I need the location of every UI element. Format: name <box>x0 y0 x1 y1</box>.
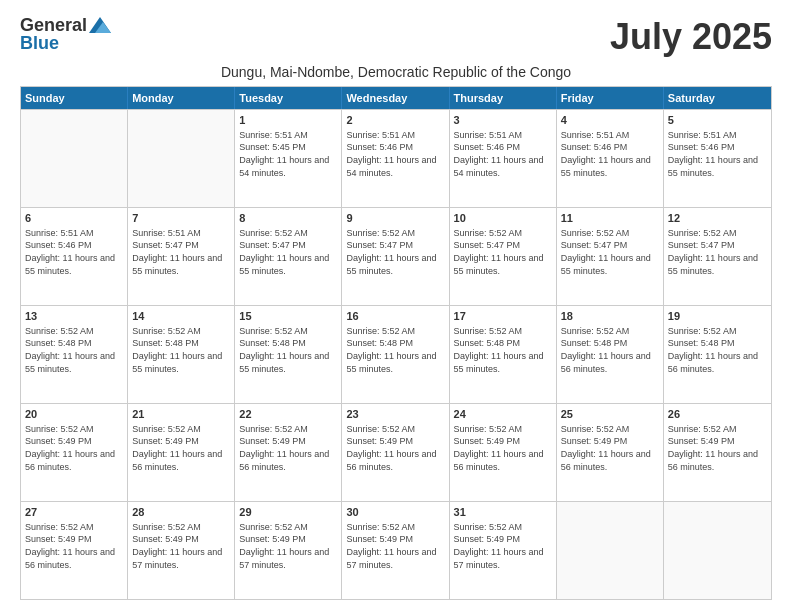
day-cell-12: 12Sunrise: 5:52 AMSunset: 5:47 PMDayligh… <box>664 208 771 305</box>
day-cell-24: 24Sunrise: 5:52 AMSunset: 5:49 PMDayligh… <box>450 404 557 501</box>
empty-cell <box>21 110 128 207</box>
day-number: 10 <box>454 211 552 226</box>
header-day-saturday: Saturday <box>664 87 771 109</box>
calendar-row-2: 6Sunrise: 5:51 AMSunset: 5:46 PMDaylight… <box>21 207 771 305</box>
page: General Blue July 2025 Dungu, Mai-Ndombe… <box>0 0 792 612</box>
day-info: Sunrise: 5:52 AMSunset: 5:49 PMDaylight:… <box>668 423 767 473</box>
day-cell-13: 13Sunrise: 5:52 AMSunset: 5:48 PMDayligh… <box>21 306 128 403</box>
day-info: Sunrise: 5:51 AMSunset: 5:46 PMDaylight:… <box>346 129 444 179</box>
day-cell-7: 7Sunrise: 5:51 AMSunset: 5:47 PMDaylight… <box>128 208 235 305</box>
logo-icon <box>89 17 111 33</box>
day-cell-15: 15Sunrise: 5:52 AMSunset: 5:48 PMDayligh… <box>235 306 342 403</box>
day-info: Sunrise: 5:52 AMSunset: 5:48 PMDaylight:… <box>346 325 444 375</box>
month-title: July 2025 <box>610 16 772 58</box>
day-number: 19 <box>668 309 767 324</box>
day-number: 28 <box>132 505 230 520</box>
day-number: 14 <box>132 309 230 324</box>
day-info: Sunrise: 5:51 AMSunset: 5:46 PMDaylight:… <box>561 129 659 179</box>
subtitle: Dungu, Mai-Ndombe, Democratic Republic o… <box>20 64 772 80</box>
calendar: SundayMondayTuesdayWednesdayThursdayFrid… <box>20 86 772 600</box>
calendar-row-5: 27Sunrise: 5:52 AMSunset: 5:49 PMDayligh… <box>21 501 771 599</box>
day-cell-1: 1Sunrise: 5:51 AMSunset: 5:45 PMDaylight… <box>235 110 342 207</box>
day-number: 11 <box>561 211 659 226</box>
day-info: Sunrise: 5:51 AMSunset: 5:46 PMDaylight:… <box>454 129 552 179</box>
day-cell-17: 17Sunrise: 5:52 AMSunset: 5:48 PMDayligh… <box>450 306 557 403</box>
day-number: 4 <box>561 113 659 128</box>
day-cell-6: 6Sunrise: 5:51 AMSunset: 5:46 PMDaylight… <box>21 208 128 305</box>
day-number: 23 <box>346 407 444 422</box>
day-number: 27 <box>25 505 123 520</box>
header-day-tuesday: Tuesday <box>235 87 342 109</box>
day-cell-22: 22Sunrise: 5:52 AMSunset: 5:49 PMDayligh… <box>235 404 342 501</box>
day-info: Sunrise: 5:52 AMSunset: 5:49 PMDaylight:… <box>454 423 552 473</box>
day-number: 26 <box>668 407 767 422</box>
empty-cell <box>557 502 664 599</box>
day-info: Sunrise: 5:52 AMSunset: 5:48 PMDaylight:… <box>668 325 767 375</box>
header-day-wednesday: Wednesday <box>342 87 449 109</box>
day-cell-31: 31Sunrise: 5:52 AMSunset: 5:49 PMDayligh… <box>450 502 557 599</box>
calendar-row-4: 20Sunrise: 5:52 AMSunset: 5:49 PMDayligh… <box>21 403 771 501</box>
empty-cell <box>128 110 235 207</box>
day-cell-9: 9Sunrise: 5:52 AMSunset: 5:47 PMDaylight… <box>342 208 449 305</box>
day-info: Sunrise: 5:52 AMSunset: 5:49 PMDaylight:… <box>239 423 337 473</box>
day-info: Sunrise: 5:52 AMSunset: 5:48 PMDaylight:… <box>25 325 123 375</box>
day-info: Sunrise: 5:52 AMSunset: 5:49 PMDaylight:… <box>239 521 337 571</box>
logo-general: General <box>20 16 87 34</box>
day-info: Sunrise: 5:52 AMSunset: 5:49 PMDaylight:… <box>346 423 444 473</box>
calendar-body: 1Sunrise: 5:51 AMSunset: 5:45 PMDaylight… <box>21 109 771 599</box>
day-cell-3: 3Sunrise: 5:51 AMSunset: 5:46 PMDaylight… <box>450 110 557 207</box>
day-info: Sunrise: 5:52 AMSunset: 5:49 PMDaylight:… <box>454 521 552 571</box>
day-info: Sunrise: 5:51 AMSunset: 5:45 PMDaylight:… <box>239 129 337 179</box>
calendar-row-1: 1Sunrise: 5:51 AMSunset: 5:45 PMDaylight… <box>21 109 771 207</box>
day-number: 21 <box>132 407 230 422</box>
day-cell-11: 11Sunrise: 5:52 AMSunset: 5:47 PMDayligh… <box>557 208 664 305</box>
header-day-thursday: Thursday <box>450 87 557 109</box>
calendar-header: SundayMondayTuesdayWednesdayThursdayFrid… <box>21 87 771 109</box>
header-day-sunday: Sunday <box>21 87 128 109</box>
logo-blue: Blue <box>20 34 59 52</box>
day-number: 12 <box>668 211 767 226</box>
day-cell-28: 28Sunrise: 5:52 AMSunset: 5:49 PMDayligh… <box>128 502 235 599</box>
day-number: 20 <box>25 407 123 422</box>
day-info: Sunrise: 5:52 AMSunset: 5:47 PMDaylight:… <box>561 227 659 277</box>
day-number: 22 <box>239 407 337 422</box>
header-day-friday: Friday <box>557 87 664 109</box>
day-number: 1 <box>239 113 337 128</box>
day-info: Sunrise: 5:52 AMSunset: 5:48 PMDaylight:… <box>454 325 552 375</box>
day-cell-26: 26Sunrise: 5:52 AMSunset: 5:49 PMDayligh… <box>664 404 771 501</box>
day-info: Sunrise: 5:52 AMSunset: 5:47 PMDaylight:… <box>668 227 767 277</box>
day-info: Sunrise: 5:52 AMSunset: 5:49 PMDaylight:… <box>25 423 123 473</box>
day-info: Sunrise: 5:51 AMSunset: 5:46 PMDaylight:… <box>668 129 767 179</box>
day-cell-8: 8Sunrise: 5:52 AMSunset: 5:47 PMDaylight… <box>235 208 342 305</box>
day-info: Sunrise: 5:52 AMSunset: 5:49 PMDaylight:… <box>132 521 230 571</box>
day-cell-20: 20Sunrise: 5:52 AMSunset: 5:49 PMDayligh… <box>21 404 128 501</box>
day-number: 18 <box>561 309 659 324</box>
day-info: Sunrise: 5:52 AMSunset: 5:47 PMDaylight:… <box>454 227 552 277</box>
day-number: 2 <box>346 113 444 128</box>
day-cell-23: 23Sunrise: 5:52 AMSunset: 5:49 PMDayligh… <box>342 404 449 501</box>
day-info: Sunrise: 5:52 AMSunset: 5:48 PMDaylight:… <box>239 325 337 375</box>
day-cell-16: 16Sunrise: 5:52 AMSunset: 5:48 PMDayligh… <box>342 306 449 403</box>
day-info: Sunrise: 5:52 AMSunset: 5:47 PMDaylight:… <box>239 227 337 277</box>
day-number: 5 <box>668 113 767 128</box>
day-number: 24 <box>454 407 552 422</box>
day-info: Sunrise: 5:52 AMSunset: 5:48 PMDaylight:… <box>132 325 230 375</box>
day-cell-25: 25Sunrise: 5:52 AMSunset: 5:49 PMDayligh… <box>557 404 664 501</box>
day-number: 16 <box>346 309 444 324</box>
day-cell-27: 27Sunrise: 5:52 AMSunset: 5:49 PMDayligh… <box>21 502 128 599</box>
day-info: Sunrise: 5:51 AMSunset: 5:47 PMDaylight:… <box>132 227 230 277</box>
day-info: Sunrise: 5:52 AMSunset: 5:49 PMDaylight:… <box>132 423 230 473</box>
day-cell-5: 5Sunrise: 5:51 AMSunset: 5:46 PMDaylight… <box>664 110 771 207</box>
day-cell-2: 2Sunrise: 5:51 AMSunset: 5:46 PMDaylight… <box>342 110 449 207</box>
day-number: 9 <box>346 211 444 226</box>
day-number: 17 <box>454 309 552 324</box>
day-cell-18: 18Sunrise: 5:52 AMSunset: 5:48 PMDayligh… <box>557 306 664 403</box>
empty-cell <box>664 502 771 599</box>
day-number: 15 <box>239 309 337 324</box>
day-number: 7 <box>132 211 230 226</box>
day-cell-21: 21Sunrise: 5:52 AMSunset: 5:49 PMDayligh… <box>128 404 235 501</box>
day-cell-10: 10Sunrise: 5:52 AMSunset: 5:47 PMDayligh… <box>450 208 557 305</box>
day-info: Sunrise: 5:52 AMSunset: 5:49 PMDaylight:… <box>346 521 444 571</box>
day-number: 25 <box>561 407 659 422</box>
day-number: 8 <box>239 211 337 226</box>
